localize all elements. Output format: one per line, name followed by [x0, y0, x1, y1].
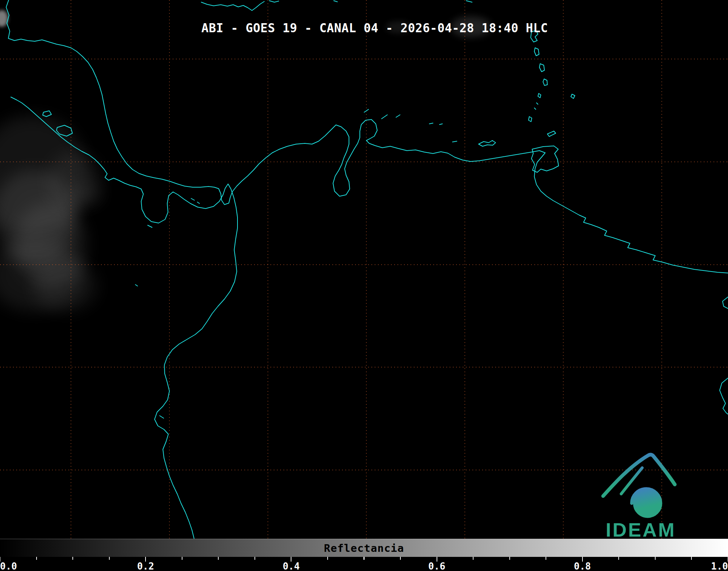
island-puna [160, 416, 164, 418]
island-la-tortuga [453, 141, 457, 142]
satellite-image: ABI - GOES 19 - CANAL 04 - 2026-04-28 18… [0, 0, 728, 571]
logo-cyclone-spiral-icon [632, 489, 661, 516]
colorbar-axis: 0.0 0.2 0.4 0.6 0.8 1.0 [0, 557, 728, 571]
island-los-roques [429, 123, 442, 125]
island-dominica [534, 48, 539, 56]
island-pearl-islands [191, 198, 199, 203]
coastline-right-edge-lower [720, 378, 728, 414]
colorbar-tick-label: 0.4 [283, 561, 300, 571]
island-st-vincent [538, 93, 541, 98]
island-martinique [539, 64, 544, 72]
island-coiba [148, 225, 152, 227]
island-margarita [479, 140, 496, 146]
coastline-jamaica-east [269, 1, 279, 2]
island-st-croix [466, 1, 472, 2]
coastline-jamaica [201, 1, 264, 11]
colorbar-tick-label: 0.0 [0, 561, 17, 571]
island-grenada [529, 117, 532, 122]
colorbar-tick-label: 1.0 [711, 561, 728, 571]
island-st-lucia [543, 79, 547, 85]
island-beata [334, 1, 337, 2]
colorbar-minor-ticks [0, 557, 728, 560]
coastline-central-america-caribbean [6, 0, 728, 273]
island-tobago [547, 131, 556, 137]
colorbar-label: Reflectancia [324, 542, 404, 554]
colorbar: Reflectancia [0, 539, 728, 557]
coastline-right-edge-upper [723, 297, 728, 308]
image-title: ABI - GOES 19 - CANAL 04 - 2026-04-28 18… [201, 21, 548, 35]
colorbar-tick-label: 0.2 [137, 561, 154, 571]
colorbar-tick-label: 0.8 [574, 561, 591, 571]
lake-managua [43, 111, 51, 117]
island-bonaire [396, 115, 400, 117]
coastline-pacific-south-america [11, 97, 237, 538]
island-curacao [382, 115, 387, 119]
ideam-logo-text: IDEAM [606, 518, 676, 539]
ideam-logo: IDEAM [597, 449, 684, 539]
colorbar-tick-label: 0.6 [428, 561, 445, 571]
island-malpelo [135, 285, 138, 286]
island-aruba [364, 109, 369, 112]
island-grenadines [534, 103, 538, 109]
map-area: ABI - GOES 19 - CANAL 04 - 2026-04-28 18… [0, 0, 728, 539]
lake-nicaragua [56, 125, 72, 136]
island-barbados [571, 94, 575, 98]
